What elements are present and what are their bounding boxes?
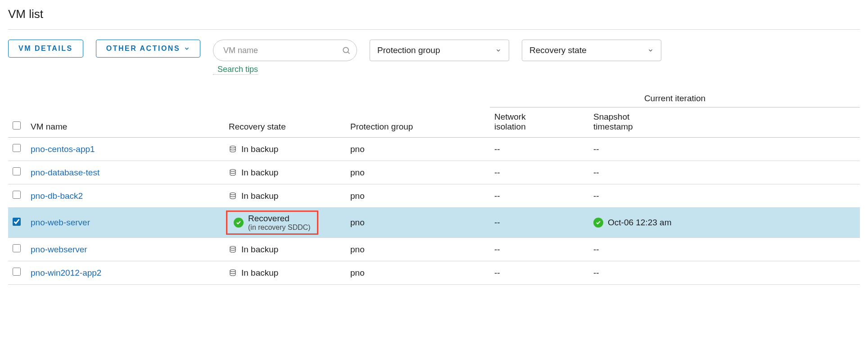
header-recovery-state: Recovery state	[224, 107, 346, 138]
chevron-down-icon	[184, 45, 190, 52]
state-text: In backup	[241, 245, 278, 255]
database-icon	[229, 168, 237, 177]
header-vm-name: VM name	[26, 107, 224, 138]
state-text: Recovered	[248, 214, 311, 224]
search-input[interactable]	[213, 40, 357, 61]
protection-group-dropdown[interactable]: Protection group	[370, 40, 509, 61]
snapshot-cell: --	[589, 238, 860, 261]
vm-link[interactable]: pno-web-server	[31, 218, 90, 227]
network-isolation-cell: --	[490, 261, 589, 285]
recovery-state-dropdown[interactable]: Recovery state	[522, 40, 661, 61]
recovery-state-highlight: Recovered(in recovery SDDC)	[226, 210, 318, 235]
vm-link[interactable]: pno-win2012-app2	[31, 268, 101, 277]
network-isolation-cell: --	[490, 138, 589, 161]
database-icon	[229, 268, 237, 277]
protection-group-cell: pno	[346, 161, 490, 184]
vm-link[interactable]: pno-database-test	[31, 168, 99, 177]
database-icon	[229, 145, 237, 154]
search-box	[213, 40, 357, 61]
table-row: pno-centos-app1In backuppno----	[8, 138, 860, 161]
svg-point-4	[230, 192, 235, 195]
snapshot-cell: Oct-06 12:23 am	[589, 208, 860, 238]
snapshot-cell: --	[589, 184, 860, 208]
snapshot-cell: --	[589, 138, 860, 161]
state-text: In backup	[241, 191, 278, 201]
recovery-state-label: Recovery state	[529, 45, 587, 55]
other-actions-label: OTHER ACTIONS	[106, 45, 180, 53]
protection-group-cell: pno	[346, 261, 490, 285]
table-row: pno-database-testIn backuppno----	[8, 161, 860, 184]
network-isolation-cell: --	[490, 184, 589, 208]
header-protection-group: Protection group	[346, 107, 490, 138]
search-tips-link[interactable]: Search tips	[213, 65, 258, 75]
vm-table: Current iteration VM name Recovery state…	[8, 91, 860, 285]
row-checkbox[interactable]	[13, 191, 21, 199]
select-all-checkbox[interactable]	[13, 121, 21, 130]
network-isolation-cell: --	[490, 161, 589, 184]
table-row: pno-webserverIn backuppno----	[8, 238, 860, 261]
network-isolation-cell: --	[490, 238, 589, 261]
row-checkbox[interactable]	[13, 268, 21, 276]
state-text: In backup	[241, 144, 278, 154]
table-row: pno-web-serverRecovered(in recovery SDDC…	[8, 208, 860, 238]
database-icon	[229, 245, 237, 254]
table-row: pno-win2012-app2In backuppno----	[8, 261, 860, 285]
check-circle-icon	[593, 218, 603, 228]
chevron-down-icon	[647, 47, 654, 54]
protection-group-label: Protection group	[377, 45, 440, 55]
svg-line-1	[348, 52, 350, 54]
svg-point-0	[343, 47, 348, 53]
snapshot-text: Oct-06 12:23 am	[608, 218, 672, 228]
protection-group-cell: pno	[346, 138, 490, 161]
state-text: In backup	[241, 168, 278, 178]
row-checkbox[interactable]	[13, 218, 21, 226]
vm-details-label: VM DETAILS	[18, 45, 73, 53]
vm-link[interactable]: pno-centos-app1	[31, 144, 95, 154]
header-current-iteration: Current iteration	[490, 91, 860, 107]
network-isolation-cell: --	[490, 208, 589, 238]
svg-point-6	[230, 269, 235, 272]
snapshot-cell: --	[589, 161, 860, 184]
svg-point-5	[230, 246, 235, 248]
row-checkbox[interactable]	[13, 167, 21, 175]
vm-details-button[interactable]: VM DETAILS	[8, 40, 83, 58]
row-checkbox[interactable]	[13, 144, 21, 152]
database-icon	[229, 192, 237, 201]
page-title: VM list	[8, 7, 860, 30]
svg-point-2	[230, 146, 235, 148]
protection-group-cell: pno	[346, 208, 490, 238]
toolbar: VM DETAILS OTHER ACTIONS Search tips Pro…	[8, 40, 860, 75]
header-network-isolation: Network isolation	[490, 107, 589, 138]
protection-group-cell: pno	[346, 238, 490, 261]
svg-point-3	[230, 169, 235, 171]
header-snapshot-timestamp: Snapshot timestamp	[589, 107, 860, 138]
vm-link[interactable]: pno-webserver	[31, 245, 87, 254]
state-subtext: (in recovery SDDC)	[248, 224, 311, 232]
row-checkbox[interactable]	[13, 244, 21, 252]
snapshot-cell: --	[589, 261, 860, 285]
protection-group-cell: pno	[346, 184, 490, 208]
check-circle-icon	[234, 218, 244, 228]
search-icon	[342, 46, 351, 55]
table-row: pno-db-back2In backuppno----	[8, 184, 860, 208]
state-text: In backup	[241, 268, 278, 278]
chevron-down-icon	[495, 47, 502, 54]
vm-link[interactable]: pno-db-back2	[31, 191, 83, 201]
other-actions-button[interactable]: OTHER ACTIONS	[96, 40, 200, 58]
